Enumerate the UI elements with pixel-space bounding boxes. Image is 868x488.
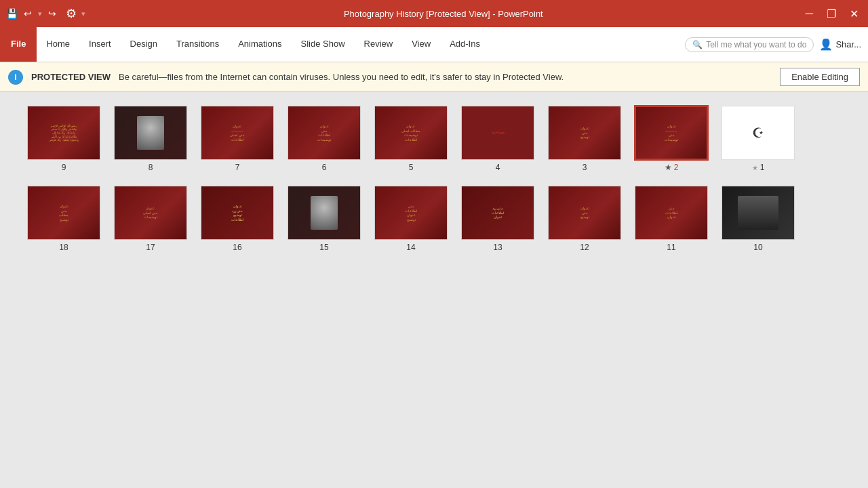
slide-thumbnail: عنوان─────متنتوضیحات [635, 106, 708, 160]
slide-thumbnail: عنوانمتن اصلیتوضیحات [114, 186, 187, 240]
tab-insert[interactable]: Insert [79, 27, 121, 62]
tab-design[interactable]: Design [121, 27, 167, 62]
save-icon[interactable]: 💾 [5, 7, 18, 20]
slide-item[interactable]: عنوانمتناطلاعاتتوضیحات 6 [281, 106, 368, 172]
share-area: 👤 Shar... [819, 38, 861, 51]
slide-thumbnail: ☪ [722, 106, 795, 160]
slide-item[interactable]: مصاحبه 4 [454, 106, 541, 172]
slide-number: 17 [146, 243, 155, 252]
slide-number: 7 [235, 163, 240, 172]
slide-item[interactable]: عنوانمتنمطلبتوضیح 18 [20, 186, 107, 252]
slide-number: 15 [319, 243, 328, 252]
protected-view-message: Be careful—files from the Internet can c… [119, 72, 772, 82]
slide-thumbnail: متناطلاعاتعنوانتوضیح [374, 186, 448, 240]
slide-item[interactable]: عنوانمتنتوضیح 3 [541, 106, 628, 172]
minimize-button[interactable]: ─ [802, 6, 817, 21]
tab-addins[interactable]: Add-Ins [440, 27, 490, 62]
slide-number: 4 [496, 163, 500, 172]
slide-item[interactable]: عنوانمتنتوضیح 12 [541, 186, 628, 252]
slide-item[interactable]: متناطلاعاتعنوانتوضیح 14 [368, 186, 454, 252]
slide-thumbnail: عنوانمتنمطلبتوضیح [27, 186, 100, 240]
slide-thumbnail: متناطلاعاتعنوان [635, 186, 708, 240]
star-icon: ★ [752, 164, 758, 171]
customize-icon[interactable]: ⚙ [65, 7, 77, 20]
share-button[interactable]: Shar... [835, 39, 861, 49]
slides-grid: بِسْمِ اللّهِ الرَّحْمَنِ الرَّحِيمِوَال… [20, 106, 848, 266]
title-bar: 💾 ↩ ▾ ↪ ⚙ ▾ Photography History [Protect… [0, 0, 868, 27]
slide-item[interactable]: بِسْمِ اللّهِ الرَّحْمَنِ الرَّحِيمِوَال… [20, 106, 107, 172]
slide-item[interactable]: 15 [281, 186, 368, 252]
tab-slideshow[interactable]: Slide Show [292, 27, 355, 62]
window-controls: ─ ❐ ✕ [802, 6, 863, 22]
protected-view-title: PROTECTED VIEW [31, 72, 111, 82]
protected-view-bar: i PROTECTED VIEW Be careful—files from t… [0, 62, 868, 92]
slide-thumbnail: متن زرداطلاعاتعنوان [461, 186, 534, 240]
slide-number: 3 [583, 163, 587, 172]
slide-thumbnail: بِسْمِ اللّهِ الرَّحْمَنِ الرَّحِيمِوَال… [27, 106, 100, 160]
slide-item[interactable]: عنوانمتن اصلیتوضیحات 17 [107, 186, 194, 252]
tab-transitions[interactable]: Transitions [167, 27, 229, 62]
slide-thumbnail: عنوان─────متن اصلیاطلاعات [201, 106, 274, 160]
slide-item[interactable]: عنوان─────متنتوضیحات ★ 2 [628, 106, 715, 172]
slide-number: ★ 2 [665, 163, 679, 172]
tab-animations[interactable]: Animations [229, 27, 291, 62]
slide-thumbnail: عنوانمتنتوضیح [548, 186, 621, 240]
search-icon: 🔍 [692, 40, 703, 49]
redo-icon[interactable]: ↪ [46, 7, 58, 20]
slide-number: 8 [149, 163, 153, 172]
slide-item[interactable]: متن زرداطلاعاتعنوان 13 [454, 186, 541, 252]
slide-thumbnail [288, 186, 361, 240]
slide-item[interactable]: عنوانمطالب اصلیتوضیحاتاطلاعات 5 [368, 106, 454, 172]
slide-thumbnail: عنوانمطالب اصلیتوضیحاتاطلاعات [374, 106, 448, 160]
enable-editing-button[interactable]: Enable Editing [780, 68, 860, 86]
slide-thumbnail [722, 186, 795, 240]
slide-thumbnail: عنوانمتناطلاعاتتوضیحات [288, 106, 361, 160]
tell-me-box[interactable]: 🔍 Tell me what you want to do [685, 37, 814, 52]
slide-number: 11 [667, 243, 675, 252]
tab-file[interactable]: File [0, 27, 37, 62]
slide-number: ★ 1 [752, 163, 765, 172]
slide-thumbnail: مصاحبه [461, 106, 534, 160]
ribbon: File Home Insert Design Transitions Anim… [0, 27, 868, 62]
close-button[interactable]: ✕ [846, 6, 863, 22]
user-icon: 👤 [819, 38, 833, 51]
tab-view[interactable]: View [402, 27, 440, 62]
slide-number: 14 [406, 243, 415, 252]
slide-number: 12 [580, 243, 589, 252]
slide-number: 13 [493, 243, 502, 252]
slide-item[interactable]: ☪ ★ 1 [715, 106, 802, 172]
restore-button[interactable]: ❐ [823, 6, 840, 22]
slide-number: 18 [59, 243, 68, 252]
slide-number: 9 [62, 163, 66, 172]
slide-thumbnail: عنوانمتن زردتوضیحاطلاعات [201, 186, 274, 240]
slide-number: 16 [233, 243, 241, 252]
undo-icon[interactable]: ↩ [22, 7, 34, 20]
slide-item[interactable]: عنوانمتن زردتوضیحاطلاعات 16 [194, 186, 281, 252]
slide-item[interactable]: 8 [107, 106, 194, 172]
quick-access-toolbar: 💾 ↩ ▾ ↪ ⚙ ▾ [5, 7, 85, 20]
slide-item[interactable]: عنوان─────متن اصلیاطلاعات 7 [194, 106, 281, 172]
slide-item[interactable]: 10 [715, 186, 802, 252]
slide-number: 6 [322, 163, 327, 172]
slide-area: بِسْمِ اللّهِ الرَّحْمَنِ الرَّحِيمِوَال… [0, 92, 868, 488]
undo-dropdown[interactable]: ▾ [38, 9, 42, 18]
slide-number: 5 [409, 163, 414, 172]
slide-number: 10 [753, 243, 762, 252]
ribbon-right: 🔍 Tell me what you want to do 👤 Shar... [685, 27, 868, 62]
slide-thumbnail [114, 106, 187, 160]
info-icon: i [8, 70, 23, 85]
star-icon: ★ [665, 163, 672, 172]
slide-item[interactable]: متناطلاعاتعنوان 11 [628, 186, 715, 252]
tab-review[interactable]: Review [355, 27, 403, 62]
window-title: Photography History [Protected View] - P… [85, 9, 802, 19]
slide-thumbnail: عنوانمتنتوضیح [548, 106, 621, 160]
tell-me-text: Tell me what you want to do [706, 40, 806, 49]
tab-home[interactable]: Home [37, 27, 79, 62]
